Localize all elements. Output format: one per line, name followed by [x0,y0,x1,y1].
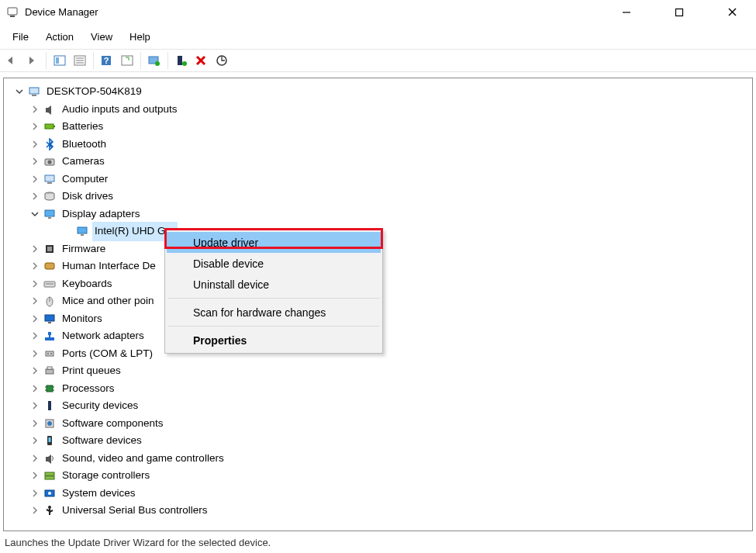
minimize-button[interactable] [609,0,644,25]
tree-node-label[interactable]: Software components [60,414,166,434]
expand-icon[interactable] [30,262,40,270]
svg-rect-22 [29,88,39,94]
expand-icon[interactable] [30,402,40,410]
tree-category-18[interactable]: Software devices [5,432,751,450]
context-menu-item-scan-for-hardware-changes[interactable]: Scan for hardware changes [167,302,381,323]
expand-icon[interactable] [30,385,40,392]
forward-button[interactable] [23,52,42,69]
expand-icon[interactable] [30,506,40,514]
menu-action[interactable]: Action [38,28,81,46]
expand-icon[interactable] [30,350,40,358]
expand-icon[interactable] [30,105,40,113]
update-driver-toolbar-button[interactable] [145,52,164,69]
show-hide-tree-button[interactable] [50,52,69,69]
expand-icon[interactable] [30,245,40,253]
context-menu-item-uninstall-device[interactable]: Uninstall device [167,274,381,295]
tree-node-label[interactable]: Monitors [60,309,105,329]
tree-node-label[interactable]: Software devices [60,431,144,451]
refresh-button[interactable] [118,52,136,69]
tree-category-3[interactable]: Cameras [5,153,751,171]
context-menu-item-update-driver[interactable]: Update driver [167,232,381,253]
tree-category-15[interactable]: Processors [5,380,751,398]
tree-node-label[interactable]: System devices [60,484,138,503]
tree-node-label[interactable]: Bluetooth [60,135,109,154]
svg-rect-47 [46,351,54,356]
tree-node-label[interactable]: Security devices [60,396,140,416]
svg-rect-51 [47,367,52,369]
svg-rect-44 [45,337,54,340]
tree-category-14[interactable]: Print queues [5,362,751,380]
expand-icon[interactable] [30,489,40,497]
expand-icon[interactable] [30,280,40,288]
tree-category-16[interactable]: Security devices [5,397,751,415]
back-button[interactable] [3,52,22,69]
maximize-button[interactable] [661,0,697,25]
tree-category-5[interactable]: Disk drives [5,188,751,206]
close-button[interactable] [714,0,750,25]
expand-icon[interactable] [30,157,40,165]
expand-icon[interactable] [30,332,40,340]
tree-category-0[interactable]: Audio inputs and outputs [5,101,751,119]
tree-node-label[interactable]: Human Interface De [60,257,158,276]
context-menu-item-properties[interactable]: Properties [167,330,381,351]
menu-view[interactable]: View [83,28,120,46]
tree-node-label[interactable]: Mice and other poin [60,292,157,311]
network-icon [43,329,57,343]
expand-icon[interactable] [30,437,40,444]
tree-node-label[interactable]: DESKTOP-504K819 [44,82,144,102]
tree-node-label[interactable]: Audio inputs and outputs [60,100,180,119]
menu-file[interactable]: File [5,28,36,46]
tree-node-label[interactable]: Network adapters [60,327,147,346]
tree-category-1[interactable]: Batteries [5,118,751,136]
tree-category-4[interactable]: Computer [5,171,751,188]
tree-node-label[interactable]: Firmware [60,240,108,259]
scan-hardware-button[interactable] [212,52,231,69]
tree-category-17[interactable]: Software components [5,415,751,433]
tree-node-label[interactable]: Ports (COM & LPT) [60,344,155,364]
context-menu-item-disable-device[interactable]: Disable device [167,253,381,274]
tree-node-label[interactable]: Batteries [60,117,105,137]
tree-node-label[interactable]: Processors [60,379,117,399]
tree-category-20[interactable]: Storage controllers [5,467,751,485]
uninstall-device-button[interactable] [192,52,211,69]
tree-category-21[interactable]: System devices [5,485,751,503]
menu-help[interactable]: Help [122,28,158,46]
svg-rect-62 [49,437,51,442]
svg-rect-32 [48,217,51,219]
collapse-icon[interactable] [15,88,24,95]
titlebar: Device Manager [0,0,756,25]
tree-node-label[interactable]: Disk drives [60,187,116,206]
tree-node-label[interactable]: Display adapters [60,205,143,224]
enable-device-button[interactable] [172,52,191,69]
hid-icon [43,259,57,273]
tree-category-6[interactable]: Display adapters [5,206,751,223]
tree-node-label[interactable]: Storage controllers [60,466,152,486]
tree-node-label[interactable]: Universal Serial Bus controllers [60,501,210,520]
tree-root[interactable]: DESKTOP-504K819 [5,83,751,101]
collapse-icon[interactable] [30,210,40,218]
expand-icon[interactable] [30,175,40,183]
expand-icon[interactable] [30,367,40,375]
expand-icon[interactable] [30,472,40,479]
tree-node-label[interactable]: Cameras [60,152,107,171]
tree-node-label[interactable]: Sound, video and game controllers [60,449,226,468]
expand-icon[interactable] [30,297,40,305]
properties-button[interactable] [71,52,89,69]
tree-node-label[interactable]: Keyboards [60,275,115,294]
expand-icon[interactable] [30,192,40,200]
tree-category-19[interactable]: Sound, video and game controllers [5,450,751,468]
expand-icon[interactable] [30,454,40,462]
svg-point-60 [47,421,52,426]
expand-icon[interactable] [30,123,40,130]
expand-icon[interactable] [30,420,40,427]
svg-rect-23 [32,95,36,96]
tree-node-label[interactable]: Print queues [60,361,123,381]
help-button[interactable]: ? [98,52,116,69]
svg-rect-64 [45,476,54,479]
tree-node-label[interactable]: Computer [60,170,110,189]
tree-category-2[interactable]: Bluetooth [5,136,751,154]
expand-icon[interactable] [30,315,40,323]
expand-icon[interactable] [30,140,40,148]
status-bar: Launches the Update Driver Wizard for th… [0,534,756,553]
tree-category-22[interactable]: Universal Serial Bus controllers [5,502,751,520]
